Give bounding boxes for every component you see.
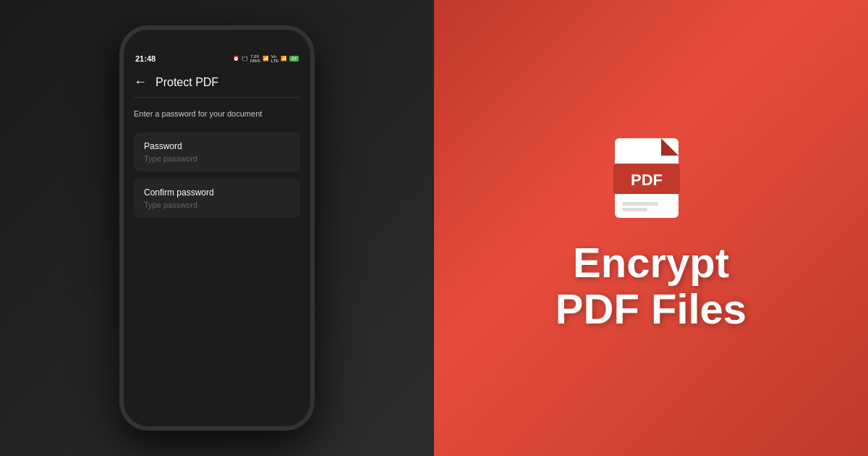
encrypt-text-line2: PDF Files bbox=[556, 286, 746, 332]
status-time: 21:48 bbox=[135, 54, 156, 63]
data-speed: 7.00KB/S bbox=[250, 54, 260, 63]
screen-content: 21:48 ⏰ 📳 7.00KB/S 📶 VoLTE 📶 17 ← Protec… bbox=[124, 30, 310, 237]
password-field-section[interactable]: Password Type password bbox=[134, 132, 300, 172]
svg-rect-6 bbox=[622, 208, 647, 211]
left-section: 21:48 ⏰ 📳 7.00KB/S 📶 VoLTE 📶 17 ← Protec… bbox=[0, 0, 434, 456]
svg-rect-5 bbox=[622, 202, 658, 206]
phone-screen: 21:48 ⏰ 📳 7.00KB/S 📶 VoLTE 📶 17 ← Protec… bbox=[124, 30, 310, 426]
password-placeholder: Type password bbox=[144, 154, 290, 163]
signal-icon: 📶 bbox=[281, 56, 287, 62]
password-label: Password bbox=[144, 141, 290, 151]
back-button[interactable]: ← bbox=[134, 75, 147, 90]
instruction-text: Enter a password for your document bbox=[134, 109, 300, 118]
right-section: PDF Encrypt PDF Files bbox=[434, 0, 868, 456]
confirm-password-field-section[interactable]: Confirm password Type password bbox=[134, 179, 300, 218]
confirm-password-label: Confirm password bbox=[144, 187, 290, 198]
encrypt-headline: Encrypt PDF Files bbox=[556, 240, 746, 332]
phone-mockup: 21:48 ⏰ 📳 7.00KB/S 📶 VoLTE 📶 17 ← Protec… bbox=[119, 25, 315, 431]
vibrate-icon: 📳 bbox=[242, 56, 248, 62]
app-header: ← Protect PDF bbox=[124, 66, 310, 97]
alarm-icon: ⏰ bbox=[233, 56, 239, 62]
battery-indicator: 17 bbox=[289, 56, 299, 62]
encrypt-text-line1: Encrypt bbox=[556, 240, 746, 286]
svg-text:PDF: PDF bbox=[631, 171, 663, 189]
pdf-icon-container: PDF bbox=[608, 124, 694, 225]
app-title: Protect PDF bbox=[156, 76, 218, 89]
app-body: Enter a password for your document Passw… bbox=[124, 98, 310, 237]
confirm-password-placeholder: Type password bbox=[144, 200, 290, 209]
status-bar: 21:48 ⏰ 📳 7.00KB/S 📶 VoLTE 📶 17 bbox=[124, 48, 310, 66]
status-icons: ⏰ 📳 7.00KB/S 📶 VoLTE 📶 17 bbox=[233, 54, 299, 63]
wifi-icon: 📶 bbox=[263, 56, 269, 62]
vo-lte-label: VoLTE bbox=[271, 54, 279, 63]
pdf-file-icon: PDF bbox=[608, 124, 694, 225]
